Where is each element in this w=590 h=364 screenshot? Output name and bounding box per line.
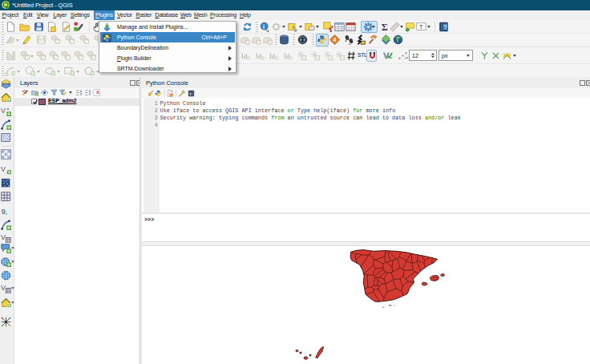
svg-text:Σ: Σ (382, 22, 388, 32)
svg-text:V: V (1, 165, 6, 173)
svg-text:V: V (1, 284, 6, 292)
svg-text:V: V (1, 107, 6, 115)
svg-text:?: ? (443, 23, 447, 30)
svg-text:T: T (419, 23, 423, 30)
svg-text:9,: 9, (2, 208, 7, 216)
svg-text:i: i (263, 23, 265, 30)
svg-text:V: V (1, 233, 6, 241)
